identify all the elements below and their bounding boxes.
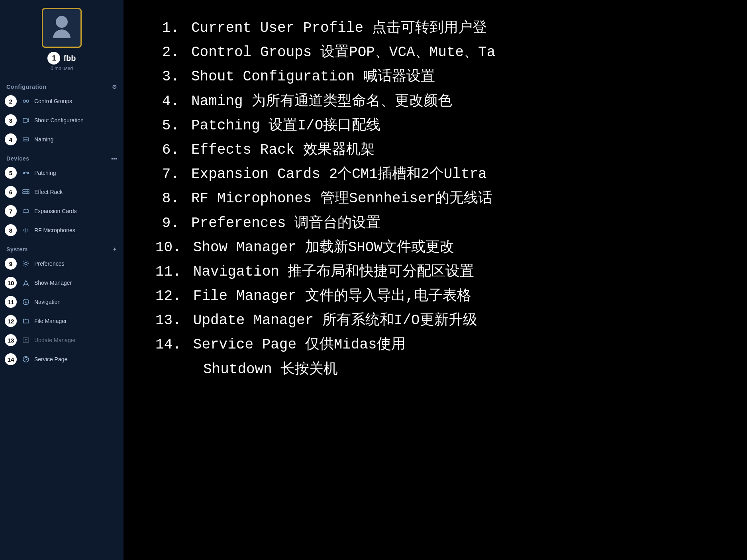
- control-groups-label: Control Groups: [34, 98, 72, 104]
- service-page-icon: [22, 355, 30, 364]
- item-number-14: 14: [5, 353, 17, 365]
- item-number-5: 5: [5, 167, 17, 179]
- item-text-1: Current User Profile 点击可转到用户登: [191, 16, 487, 40]
- system-section-label: System: [6, 246, 28, 253]
- shout-icon: [22, 116, 30, 125]
- item-text-2: Control Groups 设置POP、VCA、Mute、Ta: [191, 40, 495, 65]
- item-num-5: 5.: [155, 114, 191, 138]
- sidebar: 1 fbb 0 mb used Configuration ⚙ 2 Contro…: [0, 0, 124, 560]
- patching-icon: [22, 168, 30, 177]
- list-item: 1. Current User Profile 点击可转到用户登: [155, 16, 723, 40]
- item-num-3: 3.: [155, 65, 191, 89]
- list-item: 12. File Manager 文件的导入导出,电子表格: [155, 284, 723, 308]
- expansion-cards-label: Expansion Cards: [34, 208, 77, 214]
- list-item: 2. Control Groups 设置POP、VCA、Mute、Ta: [155, 40, 723, 65]
- show-manager-label: Show Manager: [34, 280, 72, 286]
- item-number-4: 4: [5, 133, 17, 145]
- user-name: fbb: [63, 54, 76, 63]
- system-icon: ✦: [112, 246, 117, 253]
- sidebar-item-patching[interactable]: 5 Patching: [0, 163, 124, 182]
- item-num-14: 14.: [155, 333, 193, 357]
- svg-point-11: [27, 192, 28, 193]
- item-number-7: 7: [5, 205, 17, 217]
- item-text-4: Naming 为所有通道类型命名、更改颜色: [191, 89, 452, 114]
- config-settings-icon: ⚙: [112, 84, 117, 90]
- effect-rack-icon: [22, 188, 30, 196]
- file-manager-label: File Manager: [34, 318, 67, 324]
- user-info: 1 fbb 0 mb used: [47, 52, 76, 71]
- item-text-12: File Manager 文件的导入导出,电子表格: [193, 284, 471, 308]
- svg-point-1: [26, 100, 29, 102]
- item-num-4: 4.: [155, 89, 191, 114]
- item-text-11: Navigation 推子布局和快捷可分配区设置: [193, 260, 474, 284]
- effect-rack-label: Effect Rack: [34, 189, 63, 195]
- item-number-11: 11: [5, 296, 17, 308]
- sidebar-item-expansion-cards[interactable]: 7 Expansion Cards: [0, 202, 124, 221]
- item-number-9: 9: [5, 258, 17, 270]
- devices-icon: ▪▪▪: [111, 155, 117, 162]
- svg-point-10: [27, 190, 28, 191]
- config-section-label: Configuration: [6, 84, 47, 90]
- svg-rect-3: [23, 118, 27, 122]
- item-num-12: 12.: [155, 284, 193, 308]
- service-page-label: Service Page: [34, 356, 67, 362]
- rf-microphones-label: RF Microphones: [34, 227, 75, 233]
- item-num-8: 8.: [155, 186, 191, 211]
- shout-config-label: Shout Configuration: [34, 117, 84, 123]
- navigation-label: Navigation: [34, 299, 61, 305]
- item-num-10: 10.: [155, 235, 193, 260]
- item-text-14: Service Page 仅供Midas使用: [193, 333, 406, 357]
- main-content: 1. Current User Profile 点击可转到用户登 2. Cont…: [124, 0, 747, 560]
- avatar[interactable]: [42, 8, 82, 48]
- sidebar-item-control-groups[interactable]: 2 Control Groups: [0, 92, 124, 111]
- list-item: 9. Preferences 调音台的设置: [155, 211, 723, 235]
- item-text-13: Update Manager 所有系统和I/O更新升级: [193, 308, 477, 333]
- sidebar-item-update-manager[interactable]: 13 Update Manager: [0, 331, 124, 350]
- item-number-12: 12: [5, 315, 17, 327]
- navigation-icon: [22, 298, 30, 306]
- item-number-2: 2: [5, 95, 17, 107]
- list-item: 14. Service Page 仅供Midas使用: [155, 333, 723, 357]
- preferences-label: Preferences: [34, 260, 64, 267]
- list-item: 5. Patching 设置I/O接口配线: [155, 114, 723, 138]
- item-num-1: 1.: [155, 16, 191, 40]
- item-text-6: Effects Rack 效果器机架: [191, 138, 375, 162]
- sidebar-item-service-page[interactable]: 14 Service Page: [0, 350, 124, 369]
- sidebar-item-shout-config[interactable]: 3 Shout Configuration: [0, 111, 124, 130]
- sidebar-item-rf-microphones[interactable]: 8 RF Microphones: [0, 221, 124, 240]
- list-item: 4. Naming 为所有通道类型命名、更改颜色: [155, 89, 723, 114]
- devices-section-header: Devices ▪▪▪: [0, 152, 124, 163]
- naming-label: Naming: [34, 136, 53, 143]
- user-profile[interactable]: 1 fbb 0 mb used: [0, 0, 124, 77]
- preferences-icon: [22, 259, 30, 268]
- sidebar-item-navigation[interactable]: 11 Navigation: [0, 292, 124, 311]
- user-badge-number: 1: [47, 52, 60, 65]
- list-item: 7. Expansion Cards 2个CM1插槽和2个Ultra: [155, 162, 723, 186]
- list-item: 6. Effects Rack 效果器机架: [155, 138, 723, 162]
- sidebar-item-show-manager[interactable]: 10 Show Manager: [0, 273, 124, 292]
- update-manager-label: Update Manager: [34, 337, 76, 343]
- item-num-6: 6.: [155, 138, 191, 162]
- item-num-9: 9.: [155, 211, 191, 235]
- item-text-7: Expansion Cards 2个CM1插槽和2个Ultra: [191, 162, 487, 186]
- devices-section-label: Devices: [6, 155, 29, 162]
- list-item: 3. Shout Configuration 喊话器设置: [155, 65, 723, 89]
- system-section-header: System ✦: [0, 243, 124, 254]
- update-manager-icon: [22, 336, 30, 345]
- item-continuation-text: Shutdown 长按关机: [155, 357, 338, 382]
- svg-point-22: [25, 360, 26, 361]
- item-number-10: 10: [5, 277, 17, 289]
- sidebar-item-preferences[interactable]: 9 Preferences: [0, 254, 124, 273]
- item-number-3: 3: [5, 114, 17, 126]
- naming-icon: [22, 135, 30, 144]
- item-text-10: Show Manager 加载新SHOW文件或更改: [193, 235, 454, 260]
- sidebar-item-effect-rack[interactable]: 6 Effect Rack: [0, 182, 124, 202]
- item-num-13: 13.: [155, 308, 193, 333]
- sidebar-item-naming[interactable]: 4 Naming: [0, 130, 124, 149]
- list-item: 8. RF Microphones 管理Sennheiser的无线话: [155, 186, 723, 211]
- avatar-icon: [50, 16, 74, 40]
- svg-point-6: [23, 172, 25, 174]
- list-item: 10. Show Manager 加载新SHOW文件或更改: [155, 235, 723, 260]
- expansion-icon: [22, 207, 30, 215]
- sidebar-item-file-manager[interactable]: 12 File Manager: [0, 311, 124, 331]
